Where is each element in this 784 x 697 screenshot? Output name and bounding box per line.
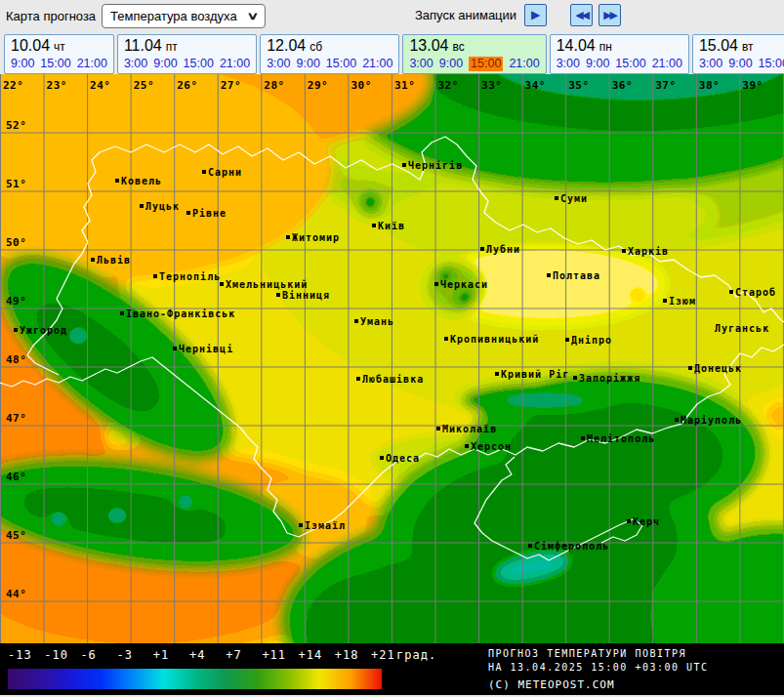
city-marker	[480, 247, 484, 251]
time-link-12.04-21:00[interactable]: 21:00	[362, 57, 392, 71]
latitude-label: 47°	[6, 412, 26, 425]
time-link-12.04-9:00[interactable]: 9:00	[297, 57, 320, 71]
day-tab-11.04[interactable]: 11.04пт3:009:0015:0021:00	[117, 34, 257, 74]
latitude-label: 49°	[6, 295, 26, 308]
time-link-15.04-9:00[interactable]: 9:00	[728, 57, 752, 71]
day-tab-10.04[interactable]: 10.04чт9:0015:0021:00	[4, 34, 114, 74]
city-marker	[276, 293, 280, 297]
city-label-Староб: Староб	[735, 287, 776, 298]
city-marker	[434, 282, 438, 286]
city-label-Хмельницький: Хмельницький	[226, 279, 308, 290]
city-marker	[173, 347, 177, 350]
play-animation-button[interactable]: ▶	[524, 4, 547, 26]
city-marker	[372, 224, 376, 227]
time-link-15.04-3:00[interactable]: 3:00	[699, 57, 722, 71]
step-forward-button[interactable]: ▶▶	[598, 4, 621, 26]
step-back-button[interactable]: ◀◀	[570, 4, 593, 26]
legend-tick-+1: +1	[153, 648, 169, 662]
forecast-map[interactable]: 22°23°24°25°26°27°28°29°30°31°32°33°34°3…	[0, 74, 784, 643]
time-link-10.04-9:00[interactable]: 9:00	[11, 57, 34, 71]
map-type-label: Карта прогноза	[6, 9, 96, 23]
longitude-label: 39°	[742, 79, 763, 92]
city-marker	[581, 436, 585, 440]
time-link-13.04-3:00[interactable]: 3:00	[409, 57, 433, 71]
legend-tick--13: -13	[8, 648, 32, 662]
day-tab-14.04[interactable]: 14.04пн3:009:0015:0021:00	[550, 34, 689, 74]
longitude-label: 24°	[90, 79, 110, 92]
day-tab-13.04[interactable]: 13.04вс3:009:0015:0021:00	[402, 34, 546, 74]
day-tab-15.04[interactable]: 15.04вт3:009:0015:0021:00	[692, 34, 784, 74]
city-marker	[444, 337, 448, 341]
city-marker	[299, 523, 303, 527]
day-selector: 10.04чт9:0015:0021:0011.04пт3:009:0015:0…	[0, 32, 784, 74]
map-type-select[interactable]: Температура воздуха ∨	[102, 4, 266, 28]
city-marker	[186, 211, 190, 215]
time-link-14.04-3:00[interactable]: 3:00	[557, 57, 580, 71]
city-marker	[14, 328, 18, 332]
toolbar: Карта прогноза Температура воздуха ∨ Зап…	[0, 0, 784, 32]
city-label-Вінниця: Вінниця	[282, 290, 330, 301]
day-tab-12.04[interactable]: 12.04сб3:009:0015:0021:00	[260, 34, 399, 74]
time-link-13.04-21:00[interactable]: 21:00	[509, 57, 539, 71]
legend-unit: град.	[396, 648, 436, 662]
time-link-15.04-15:00[interactable]: 15:00	[759, 57, 784, 71]
time-link-13.04-15:00[interactable]: 15:00	[469, 57, 503, 71]
city-marker	[573, 376, 577, 380]
time-link-14.04-21:00[interactable]: 21:00	[652, 57, 682, 71]
time-link-13.04-9:00[interactable]: 9:00	[439, 57, 463, 71]
city-marker	[140, 204, 144, 208]
legend-strip: -13-10-6-3+1+4+7+11+14+18+21град. ПРОГНО…	[0, 643, 784, 695]
city-label-Суми: Суми	[560, 193, 588, 204]
city-label-Харків: Харків	[628, 246, 669, 257]
city-marker	[565, 338, 569, 342]
longitude-label: 36°	[612, 79, 633, 92]
longitude-label: 29°	[308, 79, 328, 92]
longitude-label: 27°	[221, 79, 241, 92]
time-link-12.04-15:00[interactable]: 15:00	[326, 57, 356, 71]
city-label-Кропивницький: Кропивницький	[450, 334, 539, 345]
city-marker	[356, 377, 360, 381]
city-marker	[528, 544, 532, 548]
city-label-Запоріжжя: Запоріжжя	[579, 373, 640, 384]
longitude-label: 28°	[264, 79, 284, 92]
latitude-label: 46°	[6, 471, 26, 483]
city-label-Дніпро: Дніпро	[571, 335, 612, 346]
city-label-Маріуполь: Маріуполь	[681, 415, 742, 426]
latitude-label: 48°	[6, 353, 26, 366]
time-link-12.04-3:00[interactable]: 3:00	[267, 57, 290, 71]
city-marker	[547, 273, 551, 277]
day-of-week: чт	[54, 40, 65, 54]
city-label-Лубни: Лубни	[486, 244, 520, 255]
time-link-10.04-15:00[interactable]: 15:00	[40, 57, 70, 71]
time-link-14.04-9:00[interactable]: 9:00	[586, 57, 609, 71]
city-label-Київ: Київ	[378, 221, 405, 231]
longitude-label: 34°	[525, 79, 546, 92]
city-label-Рівне: Рівне	[192, 208, 227, 219]
city-marker	[495, 372, 499, 376]
time-link-11.04-3:00[interactable]: 3:00	[124, 57, 147, 71]
time-link-11.04-21:00[interactable]: 21:00	[220, 57, 250, 71]
time-link-11.04-15:00[interactable]: 15:00	[184, 57, 214, 71]
city-label-Львів: Львів	[97, 255, 131, 266]
city-label-Полтава: Полтава	[553, 270, 600, 281]
legend-tick-+21: +21	[371, 648, 395, 662]
legend-tick-+11: +11	[262, 648, 286, 662]
time-link-14.04-15:00[interactable]: 15:00	[615, 57, 645, 71]
chevron-down-icon: ∨	[246, 10, 259, 22]
day-of-week: пт	[166, 40, 178, 54]
longitude-label: 31°	[394, 79, 415, 92]
day-date: 13.04вс	[409, 36, 539, 57]
longitude-label: 37°	[655, 79, 676, 92]
city-label-Тернопіль: Тернопіль	[159, 271, 221, 282]
legend-tick--6: -6	[80, 648, 96, 662]
day-of-week: пн	[599, 40, 612, 54]
city-marker	[91, 258, 95, 262]
city-label-Мелітополь: Мелітополь	[587, 433, 655, 444]
longitude-label: 25°	[134, 79, 154, 92]
city-marker	[354, 319, 358, 323]
day-date: 15.04вт	[699, 36, 784, 57]
time-link-10.04-21:00[interactable]: 21:00	[77, 57, 107, 71]
latitude-label: 51°	[6, 178, 26, 190]
day-date: 10.04чт	[11, 36, 107, 57]
time-link-11.04-9:00[interactable]: 9:00	[153, 57, 177, 71]
